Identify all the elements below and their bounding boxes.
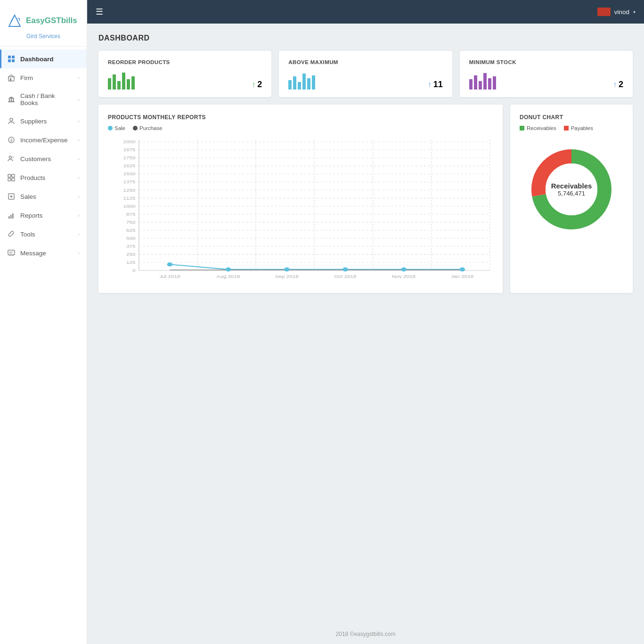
dashboard-icon	[7, 55, 16, 63]
legend-sale: Sale	[108, 125, 125, 131]
sidebar: EasyGSTbills Gird Services Dashboard Fir…	[0, 0, 87, 644]
sidebar-item-message[interactable]: Message ›	[0, 244, 87, 262]
svg-point-83	[459, 268, 465, 272]
svg-rect-9	[9, 98, 10, 101]
sidebar-item-reports[interactable]: Reports ›	[0, 206, 87, 225]
stat-card-body: ↑ 11	[288, 71, 442, 90]
svg-point-80	[284, 268, 290, 272]
bank-icon	[7, 95, 16, 104]
stat-card-title: ABOVE MAXIMUM	[288, 59, 442, 65]
svg-rect-25	[10, 215, 12, 219]
donut-center-value: 5,746,471	[551, 190, 592, 197]
stat-card-reorder: REORDER PRODUCTS ↑ 2	[98, 51, 271, 97]
reports-icon	[7, 211, 16, 220]
nav-arrow: ›	[78, 118, 80, 124]
svg-rect-5	[12, 59, 15, 62]
svg-rect-10	[11, 98, 12, 101]
legend-purchase-dot	[133, 126, 138, 130]
donut-svg-wrapper: Receivables 5,746,471	[524, 142, 619, 236]
sidebar-item-customers[interactable]: Customers ›	[0, 149, 87, 168]
svg-text:1625: 1625	[123, 164, 135, 168]
sidebar-item-label: Firm	[20, 74, 33, 82]
sidebar-item-sales[interactable]: Sales ›	[0, 187, 87, 206]
stat-card-min-stock: MINIMUM STOCK ↑ 2	[460, 51, 633, 97]
donut-card: DONUT CHART Receivables Payables	[510, 105, 633, 293]
sidebar-item-label: Cash / Bank Books	[20, 92, 73, 106]
sidebar-item-products[interactable]: Products ›	[0, 168, 87, 187]
svg-text:750: 750	[126, 220, 136, 224]
legend-purchase: Purchase	[133, 125, 163, 131]
svg-text:875: 875	[126, 212, 136, 216]
sidebar-item-firm[interactable]: Firm ›	[0, 68, 87, 87]
sidebar-item-income-expense[interactable]: $ Income/Expense ›	[0, 130, 87, 149]
nav-arrow: ›	[78, 194, 80, 199]
customers-icon	[7, 155, 16, 163]
company-name: Gird Services	[0, 31, 87, 47]
payables-label: Payables	[571, 125, 593, 131]
chart-title: PRODUCTS MONTHELY REPORTS	[108, 114, 493, 121]
user-avatar	[597, 8, 611, 16]
sidebar-item-label: Tools	[20, 231, 35, 238]
svg-point-79	[226, 268, 231, 272]
sidebar-item-cash-bank[interactable]: Cash / Bank Books ›	[0, 87, 87, 112]
svg-text:250: 250	[126, 253, 136, 257]
donut-container: Receivables 5,746,471	[520, 138, 623, 241]
nav-arrow: ›	[78, 175, 80, 180]
receivables-label: Receivables	[527, 125, 556, 131]
svg-point-78	[167, 262, 173, 267]
income-icon: $	[7, 136, 16, 144]
donut-legend-payables: Payables	[564, 125, 593, 131]
logo: EasyGSTbills	[0, 5, 87, 31]
legend-purchase-label: Purchase	[139, 125, 163, 131]
stat-card-above-max: ABOVE MAXIMUM ↑ 11	[279, 51, 452, 97]
svg-rect-17	[8, 174, 11, 177]
svg-rect-4	[8, 59, 11, 62]
donut-legend: Receivables Payables	[520, 125, 623, 131]
sidebar-item-dashboard[interactable]: Dashboard	[0, 49, 87, 68]
user-name: vinod	[614, 8, 629, 16]
stat-card-title: REORDER PRODUCTS	[108, 59, 262, 65]
footer-text: 2018 ©easygstbills.com	[336, 631, 396, 637]
svg-text:625: 625	[126, 228, 136, 232]
mini-bar-chart-reorder	[108, 71, 135, 90]
line-chart-container: 0 125 250 375 500 625 750 875 1000 1125 …	[108, 135, 493, 285]
mini-bar-chart-above-max	[288, 71, 315, 90]
svg-text:500: 500	[126, 236, 136, 240]
logo-icon	[7, 13, 22, 28]
legend-sale-dot	[108, 126, 113, 130]
svg-rect-7	[10, 78, 11, 81]
svg-text:Sep 2018: Sep 2018	[275, 274, 299, 278]
donut-title: DONUT CHART	[520, 114, 623, 121]
svg-text:375: 375	[126, 244, 136, 248]
sidebar-item-label: Products	[20, 174, 45, 181]
svg-rect-27	[8, 250, 15, 255]
main-area: ☰ vinod ▾ DASHBOARD REORDER PRODUCTS ↑	[87, 0, 644, 644]
sidebar-item-label: Message	[20, 250, 46, 257]
user-caret: ▾	[633, 9, 636, 15]
svg-text:1875: 1875	[123, 148, 135, 152]
firm-icon	[7, 73, 16, 82]
svg-line-1	[11, 15, 15, 22]
svg-text:1500: 1500	[123, 172, 135, 176]
receivables-color	[520, 126, 524, 130]
user-menu[interactable]: vinod ▾	[597, 8, 636, 16]
nav-arrow: ›	[78, 156, 80, 162]
hamburger-button[interactable]: ☰	[96, 7, 103, 17]
svg-text:1750: 1750	[123, 156, 135, 160]
page-title: DASHBOARD	[98, 34, 633, 42]
sidebar-item-label: Income/Expense	[20, 137, 68, 144]
sidebar-item-suppliers[interactable]: Suppliers ›	[0, 112, 87, 130]
stat-card-body: ↑ 2	[469, 71, 623, 90]
donut-center-text: Receivables 5,746,471	[551, 182, 592, 197]
donut-center-label: Receivables	[551, 182, 592, 190]
svg-rect-11	[13, 98, 14, 101]
svg-text:$: $	[10, 138, 12, 143]
products-icon	[7, 173, 16, 182]
nav-arrow: ›	[78, 97, 80, 102]
payables-color	[564, 126, 569, 130]
sidebar-item-tools[interactable]: Tools ›	[0, 225, 87, 244]
svg-rect-18	[12, 174, 15, 177]
svg-text:Jul 2018: Jul 2018	[159, 274, 180, 278]
main-content: DASHBOARD REORDER PRODUCTS ↑ 2	[87, 24, 644, 624]
svg-rect-19	[8, 178, 11, 181]
